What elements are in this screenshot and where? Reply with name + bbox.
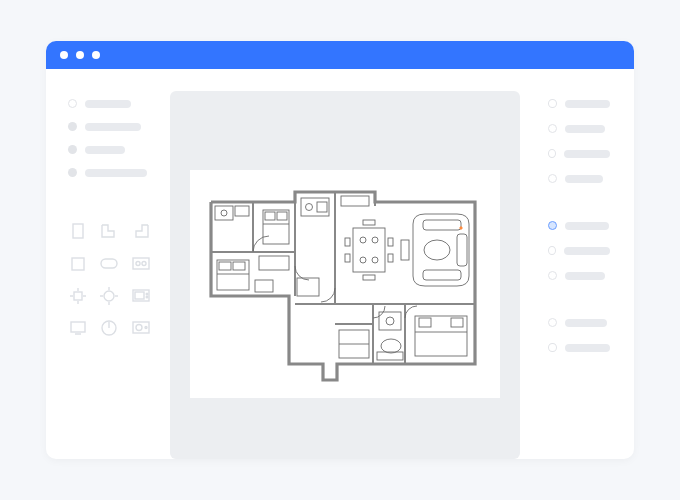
svg-rect-42	[277, 212, 287, 220]
left-sidebar	[46, 91, 170, 459]
property-item[interactable]	[548, 174, 610, 183]
shape-tv[interactable]	[68, 319, 88, 337]
floor-plan-drawing[interactable]	[205, 184, 485, 384]
svg-rect-17	[135, 292, 144, 299]
selected-bullet-icon	[548, 221, 557, 230]
layer-item[interactable]	[68, 122, 152, 131]
property-item[interactable]	[548, 318, 610, 327]
shape-stove[interactable]	[131, 255, 151, 273]
svg-rect-49	[219, 262, 231, 270]
window-minimize-icon[interactable]	[76, 51, 84, 59]
svg-rect-46	[317, 202, 327, 212]
canvas[interactable]	[190, 170, 500, 398]
property-label-placeholder	[564, 150, 610, 158]
shape-microwave[interactable]	[131, 287, 151, 305]
svg-point-58	[360, 257, 366, 263]
bullet-icon	[548, 343, 557, 352]
svg-point-18	[146, 293, 148, 295]
svg-rect-20	[71, 322, 85, 332]
svg-rect-54	[297, 278, 319, 296]
property-item[interactable]	[548, 149, 610, 158]
svg-rect-78	[419, 318, 431, 327]
layer-item[interactable]	[68, 145, 152, 154]
layer-tree	[68, 99, 152, 191]
window-maximize-icon[interactable]	[92, 51, 100, 59]
layer-label-placeholder	[85, 169, 147, 177]
bullet-icon	[548, 149, 556, 158]
svg-rect-67	[423, 270, 461, 280]
property-item[interactable]	[548, 221, 610, 230]
svg-rect-52	[255, 280, 273, 292]
shape-palette	[68, 223, 152, 337]
svg-rect-61	[345, 254, 350, 262]
shape-round-table[interactable]	[99, 287, 119, 305]
layer-label-placeholder	[85, 100, 131, 108]
property-label-placeholder	[565, 125, 605, 133]
layer-label-placeholder	[85, 123, 141, 131]
property-item[interactable]	[548, 124, 610, 133]
property-label-placeholder	[565, 222, 609, 230]
svg-rect-2	[101, 259, 117, 268]
svg-rect-50	[233, 262, 245, 270]
property-label-placeholder	[565, 344, 610, 352]
svg-rect-60	[345, 238, 350, 246]
bullet-icon	[68, 145, 77, 154]
svg-rect-65	[363, 275, 375, 280]
shape-pill[interactable]	[99, 255, 119, 273]
svg-rect-1	[72, 258, 84, 270]
shape-dial[interactable]	[99, 319, 119, 337]
property-item[interactable]	[548, 343, 610, 352]
svg-rect-37	[215, 206, 233, 220]
property-item[interactable]	[548, 271, 610, 280]
shape-l-shape-a[interactable]	[99, 223, 119, 241]
shape-rect-portrait[interactable]	[68, 223, 88, 241]
right-sidebar	[526, 91, 634, 459]
bullet-icon	[548, 318, 557, 327]
svg-rect-40	[263, 210, 289, 244]
layer-item[interactable]	[68, 99, 152, 108]
property-label-placeholder	[564, 247, 610, 255]
shape-table-chairs[interactable]	[68, 287, 88, 305]
bullet-icon	[548, 99, 557, 108]
property-item[interactable]	[548, 246, 610, 255]
bullet-icon	[548, 174, 557, 183]
svg-point-59	[372, 257, 378, 263]
property-label-placeholder	[565, 100, 610, 108]
svg-point-56	[360, 237, 366, 243]
svg-rect-39	[235, 206, 249, 216]
bullet-icon	[68, 168, 77, 177]
svg-rect-70	[401, 240, 409, 260]
svg-rect-64	[363, 220, 375, 225]
layer-label-placeholder	[85, 146, 125, 154]
window-close-icon[interactable]	[60, 51, 68, 59]
shape-square[interactable]	[68, 255, 88, 273]
canvas-area	[170, 91, 520, 459]
svg-rect-55	[353, 228, 385, 272]
svg-rect-62	[388, 238, 393, 246]
shape-sink[interactable]	[131, 319, 151, 337]
property-label-placeholder	[565, 175, 603, 183]
titlebar	[46, 41, 634, 69]
shape-l-shape-b[interactable]	[131, 223, 151, 241]
svg-point-26	[145, 327, 147, 329]
svg-point-19	[146, 296, 148, 298]
property-label-placeholder	[565, 319, 607, 327]
bullet-icon	[68, 122, 77, 131]
property-label-placeholder	[565, 272, 605, 280]
svg-point-45	[306, 204, 313, 211]
svg-rect-41	[265, 212, 275, 220]
svg-rect-0	[73, 224, 83, 238]
svg-rect-53	[259, 256, 289, 270]
svg-rect-66	[423, 220, 461, 230]
bullet-icon	[548, 124, 557, 133]
svg-rect-68	[457, 234, 467, 266]
svg-point-74	[386, 317, 394, 325]
app-body	[46, 69, 634, 459]
svg-rect-79	[451, 318, 463, 327]
svg-rect-47	[341, 196, 369, 206]
svg-point-81	[460, 227, 462, 229]
property-item[interactable]	[548, 99, 610, 108]
layer-item[interactable]	[68, 168, 152, 177]
svg-rect-77	[415, 316, 467, 356]
svg-point-5	[142, 262, 146, 266]
